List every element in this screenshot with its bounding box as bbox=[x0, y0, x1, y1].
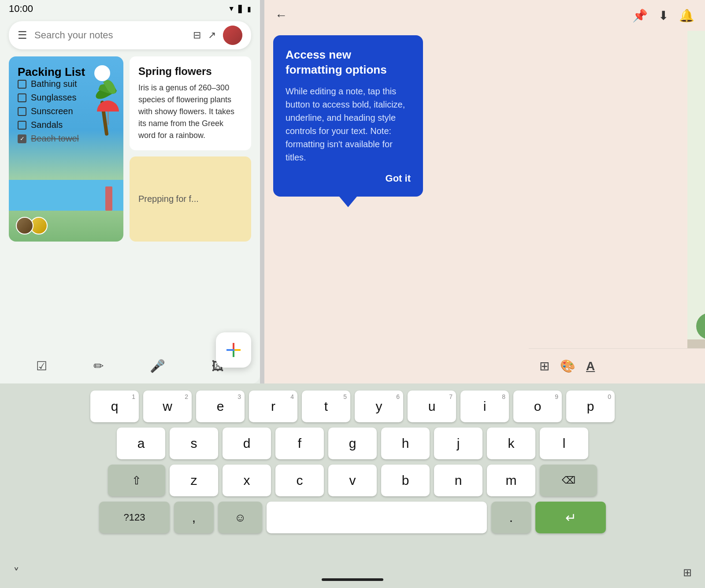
key-q-number: 1 bbox=[132, 393, 135, 400]
key-comma[interactable]: , bbox=[174, 502, 214, 533]
umbrella-pole bbox=[108, 112, 109, 125]
avatar-image bbox=[223, 26, 242, 45]
key-r-number: 4 bbox=[290, 393, 294, 400]
signal-icon: ▋ bbox=[238, 5, 244, 13]
key-i[interactable]: 8i bbox=[460, 391, 509, 422]
hamburger-icon[interactable]: ☰ bbox=[18, 29, 27, 41]
keyboard-row-3: ⇧ z x c v b n m ⌫ bbox=[5, 465, 700, 496]
key-numbers[interactable]: ?123 bbox=[99, 502, 170, 533]
right-header-right: 📌 ⬇ 🔔 bbox=[632, 8, 694, 23]
checklist-label-sunglasses: Sunglasses bbox=[31, 93, 76, 103]
prepping-note[interactable]: Prepping for f... bbox=[130, 156, 251, 242]
spring-note-text: Iris is a genus of 260–300 species of fl… bbox=[138, 82, 242, 141]
key-f[interactable]: f bbox=[275, 428, 324, 459]
key-c[interactable]: c bbox=[275, 465, 324, 496]
packing-note-title: Packing List bbox=[18, 65, 85, 78]
packing-list-note[interactable]: Packing List Bathing suit Sunglasses Sun… bbox=[9, 56, 123, 242]
key-emoji[interactable]: ☺ bbox=[218, 502, 262, 533]
key-q[interactable]: 1q bbox=[90, 391, 139, 422]
right-panel-header: ← 📌 ⬇ 🔔 bbox=[264, 0, 705, 31]
key-m[interactable]: m bbox=[487, 465, 535, 496]
key-a[interactable]: a bbox=[117, 428, 165, 459]
svg-rect-2 bbox=[233, 343, 234, 349]
got-it-button[interactable]: Got it bbox=[286, 173, 411, 184]
key-p-number: 0 bbox=[608, 393, 611, 400]
key-delete[interactable]: ⌫ bbox=[540, 465, 597, 496]
umbrella-decoration bbox=[97, 100, 119, 118]
keyboard-row-2: a s d f g h j k l bbox=[5, 428, 700, 459]
key-z[interactable]: z bbox=[170, 465, 218, 496]
key-x[interactable]: x bbox=[223, 465, 271, 496]
checklist-label-sandals: Sandals bbox=[31, 120, 63, 130]
checkbox-bathing-suit[interactable] bbox=[18, 80, 26, 89]
avatar[interactable] bbox=[223, 26, 242, 45]
svg-rect-5 bbox=[234, 349, 241, 351]
checkbox-toolbar-icon[interactable]: ☑ bbox=[36, 359, 47, 373]
search-right-icons: ⊟ ↗ bbox=[193, 26, 242, 45]
back-button[interactable]: ← bbox=[275, 8, 287, 22]
key-o[interactable]: 9o bbox=[513, 391, 562, 422]
key-w[interactable]: 2w bbox=[143, 391, 192, 422]
key-w-number: 2 bbox=[185, 393, 188, 400]
hide-keyboard-icon[interactable]: ˅ bbox=[13, 566, 19, 580]
key-d[interactable]: d bbox=[223, 428, 271, 459]
key-return[interactable]: ↵ bbox=[535, 502, 606, 533]
keyboard-row-4: ?123 , ☺ . ↵ bbox=[5, 502, 700, 533]
key-shift[interactable]: ⇧ bbox=[108, 465, 165, 496]
fab-plus-icon bbox=[225, 341, 242, 359]
key-period[interactable]: . bbox=[491, 502, 531, 533]
checkbox-sandals[interactable] bbox=[18, 121, 26, 130]
notes-grid: Packing List Bathing suit Sunglasses Sun… bbox=[0, 56, 260, 242]
add-content-icon[interactable]: ⊞ bbox=[539, 359, 549, 373]
key-t[interactable]: 5t bbox=[302, 391, 350, 422]
keyboard-type-icon[interactable]: ⊞ bbox=[683, 566, 692, 579]
left-panel: 10:00 ▼ ▋ ▮ ☰ Search your notes ⊟ ↗ bbox=[0, 0, 260, 383]
grid-view-icon[interactable]: ⊟ bbox=[193, 30, 201, 41]
key-k[interactable]: k bbox=[487, 428, 535, 459]
checkbox-sunglasses[interactable] bbox=[18, 93, 26, 102]
map-tree-1 bbox=[696, 313, 705, 339]
checklist-label-beach-towel: Beach towel bbox=[31, 134, 79, 144]
search-bar[interactable]: ☰ Search your notes ⊟ ↗ bbox=[9, 21, 251, 49]
mic-toolbar-icon[interactable]: 🎤 bbox=[150, 359, 165, 373]
pin-icon[interactable]: 📌 bbox=[632, 8, 648, 23]
key-p[interactable]: 0p bbox=[566, 391, 615, 422]
panel-divider bbox=[260, 0, 264, 383]
key-y[interactable]: 6y bbox=[355, 391, 403, 422]
expand-icon[interactable]: ↗ bbox=[208, 30, 216, 41]
key-u-number: 7 bbox=[449, 393, 453, 400]
key-e[interactable]: 3e bbox=[196, 391, 245, 422]
tooltip-popup: Access new formatting options While edit… bbox=[273, 35, 423, 197]
right-header-left: ← bbox=[275, 8, 287, 22]
key-i-number: 8 bbox=[502, 393, 505, 400]
search-placeholder[interactable]: Search your notes bbox=[34, 30, 186, 41]
key-g[interactable]: g bbox=[328, 428, 377, 459]
key-s[interactable]: s bbox=[170, 428, 218, 459]
palette-icon[interactable]: 🎨 bbox=[560, 359, 575, 373]
spring-flowers-note[interactable]: Spring flowers Iris is a genus of 260–30… bbox=[130, 56, 251, 150]
key-t-number: 5 bbox=[343, 393, 347, 400]
archive-icon[interactable]: ⬇ bbox=[658, 8, 668, 23]
key-b[interactable]: b bbox=[381, 465, 430, 496]
key-r[interactable]: 4r bbox=[249, 391, 297, 422]
checklist-label-sunscreen: Sunscreen bbox=[31, 106, 73, 116]
bell-icon[interactable]: 🔔 bbox=[679, 8, 694, 23]
battery-icon: ▮ bbox=[247, 5, 251, 13]
tooltip-title: Access new formatting options bbox=[286, 48, 411, 78]
keyboard-bottom-bar: ˅ ⊞ bbox=[0, 557, 705, 588]
key-v[interactable]: v bbox=[328, 465, 377, 496]
key-j[interactable]: j bbox=[434, 428, 482, 459]
status-time: 10:00 bbox=[9, 3, 33, 15]
text-format-icon[interactable]: A bbox=[586, 359, 595, 373]
pencil-toolbar-icon[interactable]: ✏ bbox=[93, 359, 104, 373]
key-u[interactable]: 7u bbox=[408, 391, 456, 422]
key-n[interactable]: n bbox=[434, 465, 482, 496]
checkbox-beach-towel[interactable] bbox=[18, 134, 26, 143]
map-road bbox=[687, 339, 705, 348]
checkbox-sunscreen[interactable] bbox=[18, 107, 26, 116]
map-area bbox=[687, 31, 705, 348]
key-l[interactable]: l bbox=[540, 428, 588, 459]
fab-button[interactable] bbox=[216, 332, 251, 368]
key-space[interactable] bbox=[267, 502, 487, 533]
key-h[interactable]: h bbox=[381, 428, 430, 459]
